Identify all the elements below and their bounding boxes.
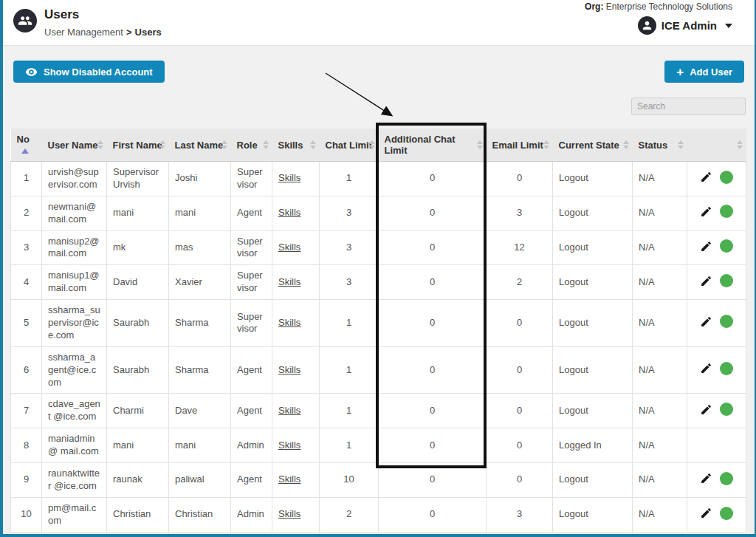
eye-icon: [25, 66, 38, 78]
cell-user-name: newmani@mail.com: [42, 196, 107, 230]
skills-link[interactable]: Skills: [278, 317, 300, 328]
app-header: Users User Management>Users Org: Enterpr…: [3, 0, 755, 46]
cell-actions: [687, 265, 746, 300]
sort-icon: [221, 140, 227, 149]
cell-status: N/A: [633, 230, 687, 265]
cell-additional-chat-limit: 0: [379, 300, 487, 347]
cell-status: N/A: [633, 346, 687, 394]
edit-icon[interactable]: [700, 472, 712, 485]
sort-icon: [477, 140, 483, 149]
sort-icon: [263, 140, 269, 149]
page-frame-left: [0, 0, 3, 537]
users-icon: [13, 9, 37, 33]
account-menu[interactable]: ICE Admin: [585, 16, 732, 35]
status-dot-icon[interactable]: [720, 472, 733, 485]
skills-link[interactable]: Skills: [278, 364, 300, 375]
column-header-current-state[interactable]: Current State: [553, 129, 633, 162]
breadcrumb-parent[interactable]: User Management: [44, 27, 123, 38]
cell-status: N/A: [633, 497, 687, 532]
skills-link[interactable]: Skills: [278, 207, 300, 218]
edit-icon[interactable]: [700, 403, 712, 416]
cell-current-state: Logout: [553, 497, 633, 532]
column-header-email-limit[interactable]: Email Limit: [487, 129, 553, 162]
cell-no: 4: [11, 265, 42, 300]
add-user-button[interactable]: + Add User: [664, 61, 744, 83]
column-header-first-name[interactable]: First Name: [107, 129, 169, 162]
cell-status: N/A: [633, 428, 687, 463]
status-dot-icon[interactable]: [720, 239, 733, 253]
cell-no: 3: [11, 230, 42, 265]
table-row: 2 newmani@mail.com mani mani Agent Skill…: [11, 196, 746, 230]
cell-user-name: ssharma_agent@ice.com: [42, 346, 107, 394]
cell-no: 10: [11, 497, 42, 532]
search-input[interactable]: [631, 98, 746, 115]
cell-last-name: Sharma: [169, 300, 231, 347]
show-disabled-account-label: Show Disabled Account: [44, 66, 153, 78]
show-disabled-account-button[interactable]: Show Disabled Account: [13, 61, 165, 83]
edit-icon[interactable]: [700, 205, 712, 218]
cell-actions: [687, 497, 746, 532]
cell-status: N/A: [633, 162, 687, 196]
cell-status: N/A: [633, 463, 687, 498]
column-header-last-name[interactable]: Last Name: [169, 129, 231, 162]
status-dot-icon[interactable]: [720, 403, 733, 416]
cell-current-state: Logout: [553, 162, 633, 196]
status-dot-icon[interactable]: [720, 205, 733, 218]
column-header-chat-limit[interactable]: Chat Limit: [320, 129, 379, 162]
cell-email-limit: 3: [487, 196, 553, 230]
cell-first-name: David: [107, 265, 169, 300]
cell-actions: [687, 162, 746, 196]
cell-additional-chat-limit: 0: [379, 346, 487, 394]
cell-email-limit: 0: [487, 162, 553, 196]
skills-link[interactable]: Skills: [278, 276, 300, 287]
cell-no: 5: [11, 300, 42, 347]
column-header-no[interactable]: No: [11, 129, 42, 162]
skills-link[interactable]: Skills: [278, 242, 300, 253]
sort-icon: [310, 140, 316, 149]
cell-additional-chat-limit: 0: [379, 162, 487, 196]
cell-actions: [687, 230, 746, 265]
column-header-additional-chat-limit[interactable]: Additional Chat Limit: [379, 129, 487, 162]
status-dot-icon[interactable]: [720, 171, 733, 184]
cell-chat-limit: 1: [320, 162, 379, 196]
cell-first-name: Saurabh: [107, 300, 169, 347]
cell-skills: Skills: [272, 196, 320, 230]
skills-link[interactable]: Skills: [278, 508, 300, 519]
skills-link[interactable]: Skills: [278, 405, 300, 416]
status-dot-icon[interactable]: [720, 274, 733, 287]
column-header-user-name[interactable]: User Name: [42, 129, 107, 162]
cell-email-limit: 12: [487, 230, 553, 265]
column-header-role[interactable]: Role: [231, 129, 272, 162]
table-row: 6 ssharma_agent@ice.com Saurabh Sharma A…: [11, 346, 746, 394]
chevron-down-icon: [725, 24, 732, 28]
skills-link[interactable]: Skills: [278, 439, 300, 451]
column-header-actions[interactable]: [687, 129, 746, 162]
edit-icon[interactable]: [700, 240, 712, 253]
skills-link[interactable]: Skills: [278, 172, 300, 183]
edit-icon[interactable]: [700, 362, 712, 374]
edit-icon[interactable]: [700, 507, 712, 519]
edit-icon[interactable]: [700, 275, 712, 287]
page-frame-bottom: [0, 534, 756, 537]
cell-skills: Skills: [272, 497, 320, 532]
cell-last-name: paliwal: [169, 463, 231, 498]
status-dot-icon[interactable]: [720, 315, 733, 328]
sort-icon: [369, 140, 375, 149]
column-header-status[interactable]: Status: [633, 129, 687, 162]
cell-skills: Skills: [272, 300, 320, 347]
cell-role: Agent: [231, 346, 272, 394]
cell-email-limit: 0: [487, 428, 553, 463]
sort-icon: [543, 140, 549, 149]
status-dot-icon[interactable]: [720, 507, 733, 520]
edit-icon[interactable]: [700, 171, 712, 183]
breadcrumb: User Management>Users: [44, 27, 162, 38]
cell-skills: Skills: [272, 265, 320, 300]
cell-user-name: maniadmin@ mail.com: [42, 428, 107, 463]
status-dot-icon[interactable]: [720, 362, 733, 375]
column-header-skills[interactable]: Skills: [272, 129, 320, 162]
table-row: 4 manisup1@mail.com David Xavier Supervi…: [11, 265, 746, 300]
edit-icon[interactable]: [700, 315, 712, 328]
page-title: Users: [44, 7, 162, 22]
skills-link[interactable]: Skills: [278, 473, 300, 485]
row-actions: [700, 507, 733, 520]
